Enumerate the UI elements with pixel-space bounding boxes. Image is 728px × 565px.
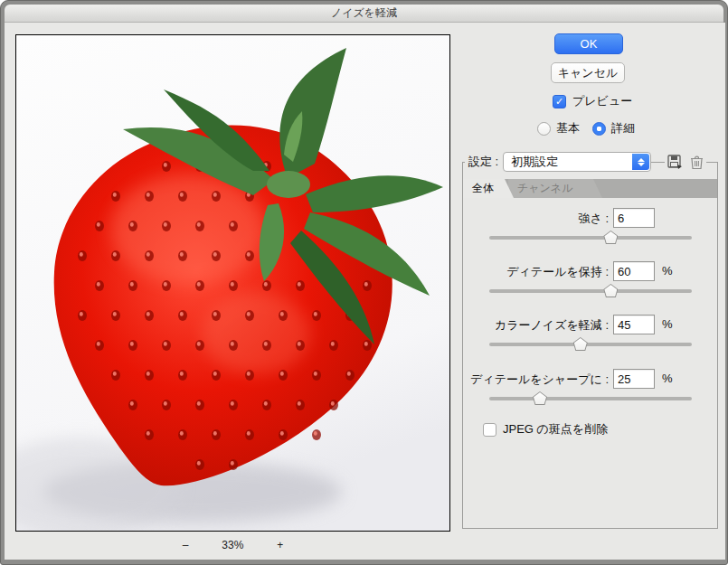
strength-slider-track[interactable] bbox=[489, 236, 692, 240]
dropdown-stepper-icon[interactable] bbox=[632, 154, 649, 170]
preview-zoom-controls: – 33% + bbox=[15, 536, 450, 554]
color-noise-unit: % bbox=[662, 317, 673, 331]
trash-icon[interactable] bbox=[690, 155, 704, 170]
jpeg-checkbox-row: ✓ JPEG の斑点を削除 bbox=[483, 421, 608, 438]
sharpen-details-unit: % bbox=[662, 372, 673, 385]
zoom-level: 33% bbox=[222, 539, 243, 551]
mode-advanced-label: 詳細 bbox=[611, 120, 635, 137]
settings-label: 設定 : bbox=[465, 151, 503, 173]
jpeg-artifact-checkbox[interactable]: ✓ bbox=[483, 423, 496, 437]
preserve-details-input[interactable] bbox=[613, 261, 655, 281]
radio-circle-icon bbox=[537, 122, 551, 136]
tab-channel[interactable]: チャンネル bbox=[508, 179, 602, 198]
save-preset-icon[interactable] bbox=[667, 155, 684, 170]
preserve-details-unit: % bbox=[662, 264, 673, 278]
zoom-in-button[interactable]: + bbox=[273, 539, 287, 551]
preserve-details-label: ディテールを保持 : bbox=[464, 264, 609, 280]
sharpen-details-slider-track[interactable] bbox=[489, 397, 692, 400]
reduce-noise-dialog: ノイズを軽減 bbox=[0, 0, 728, 565]
ok-button[interactable]: OK bbox=[554, 33, 623, 54]
preview-checkbox-label: プレビュー bbox=[572, 93, 632, 109]
settings-preset-row: 設定 : 初期設定 bbox=[465, 151, 706, 173]
sharpen-details-input[interactable] bbox=[613, 369, 655, 389]
jpeg-checkbox-label: JPEG の斑点を削除 bbox=[503, 421, 608, 438]
zoom-out-button[interactable]: – bbox=[179, 539, 193, 551]
dialog-titlebar[interactable]: ノイズを軽減 bbox=[5, 5, 723, 23]
preset-dropdown-value: 初期設定 bbox=[511, 154, 558, 170]
tab-whole[interactable]: 全体 bbox=[463, 179, 514, 198]
settings-tab-bar: 全体 チャンネル bbox=[463, 179, 717, 198]
preserve-details-slider-track[interactable] bbox=[489, 289, 692, 293]
preset-icon-group bbox=[665, 151, 706, 173]
radio-circle-icon bbox=[592, 122, 606, 136]
image-preview[interactable] bbox=[15, 34, 450, 532]
mode-basic-radio[interactable]: 基本 bbox=[537, 120, 580, 137]
dialog-body: – 33% + OK キャンセル ✓ プレビュー 基本 詳細 設定 : bbox=[5, 23, 725, 560]
mode-advanced-radio[interactable]: 詳細 bbox=[592, 120, 635, 137]
cancel-button[interactable]: キャンセル bbox=[551, 62, 625, 83]
tab-channel-label: チャンネル bbox=[517, 181, 572, 196]
mode-basic-label: 基本 bbox=[556, 120, 580, 137]
preview-checkbox[interactable]: ✓ bbox=[553, 95, 566, 108]
dialog-title: ノイズを軽減 bbox=[331, 5, 397, 21]
preview-checkbox-row: ✓ プレビュー bbox=[553, 93, 632, 109]
strength-label: 強さ : bbox=[464, 211, 609, 227]
color-noise-label: カラーノイズを軽減 : bbox=[464, 317, 609, 334]
mode-radio-group: 基本 詳細 bbox=[537, 120, 635, 137]
sharpen-details-label: ディテールをシャープに : bbox=[464, 372, 609, 388]
color-noise-input[interactable] bbox=[613, 315, 655, 334]
strawberry-image bbox=[16, 35, 450, 532]
color-noise-slider-track[interactable] bbox=[489, 343, 692, 346]
tab-whole-label: 全体 bbox=[472, 181, 494, 196]
preset-dropdown[interactable]: 初期設定 bbox=[503, 152, 651, 172]
strength-input[interactable] bbox=[613, 208, 655, 228]
